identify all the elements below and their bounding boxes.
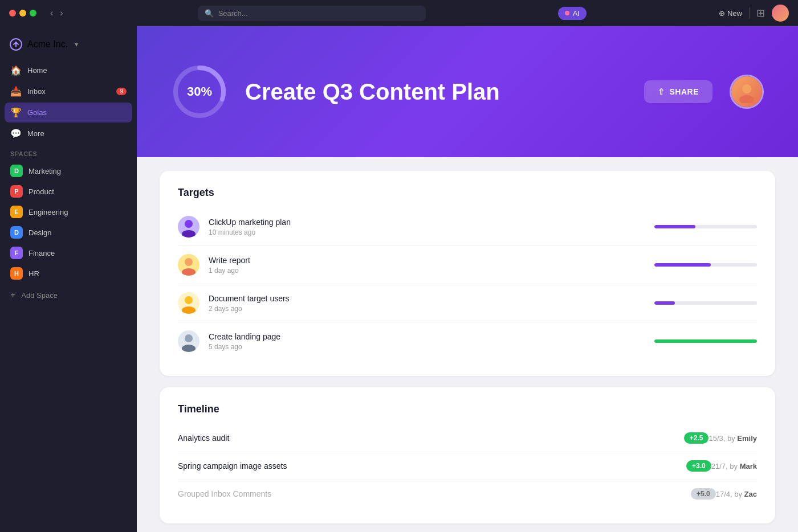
space-label-finance: Finance <box>28 249 55 257</box>
share-label: SHARE <box>669 87 699 96</box>
new-button[interactable]: ⊕ New <box>719 9 742 18</box>
timeline-date-0: 15/3, by <box>709 434 737 443</box>
target-item-0: ClickUp marketing plan 10 minutes ago <box>178 208 757 246</box>
sidebar-item-more[interactable]: 💬 More <box>5 124 132 144</box>
space-label-engineering: Engineering <box>28 208 68 216</box>
timeline-item-1: Spring campaign image assets +3.0 21/7, … <box>178 452 757 480</box>
minimize-window-btn[interactable] <box>19 10 26 17</box>
workspace-icon <box>9 38 23 51</box>
target-time-0: 10 minutes ago <box>209 228 645 236</box>
target-item-3: Create landing page 5 days ago <box>178 322 757 360</box>
svg-point-3 <box>742 84 751 93</box>
timeline-meta-0: 15/3, by Emily <box>709 434 757 443</box>
cards-area: Targets ClickUp marketing plan 10 minute… <box>137 157 798 532</box>
target-progress-bar-0 <box>654 225 695 228</box>
space-item-finance[interactable]: F Finance <box>5 243 132 263</box>
timeline-badge-1: +3.0 <box>686 460 711 472</box>
ai-label: AI <box>573 9 580 18</box>
timeline-badge-0: +2.5 <box>684 432 709 444</box>
progress-ring: 30% <box>171 63 228 120</box>
hero-banner: 30% Create Q3 Content Plan ⇧ SHARE <box>137 26 798 157</box>
maximize-window-btn[interactable] <box>30 10 36 17</box>
timeline-person-1: Mark <box>740 462 757 470</box>
space-dot-finance: F <box>10 247 23 259</box>
target-name-0: ClickUp marketing plan <box>209 218 645 227</box>
spaces-header: Spaces <box>0 144 137 161</box>
timeline-name-2: Grouped Inbox Comments <box>178 489 685 498</box>
avatar-img-2 <box>178 292 199 314</box>
target-time-2: 2 days ago <box>209 305 645 313</box>
space-item-design[interactable]: D Design <box>5 222 132 243</box>
targets-title: Targets <box>178 187 757 199</box>
avatar-img-3 <box>178 330 199 352</box>
topbar-divider <box>749 7 750 19</box>
sidebar-item-inbox[interactable]: 📥 Inbox 9 <box>5 81 132 101</box>
target-avatar-0 <box>178 216 199 238</box>
space-item-marketing[interactable]: D Marketing <box>5 161 132 181</box>
space-item-product[interactable]: P Product <box>5 181 132 202</box>
space-item-hr[interactable]: H HR <box>5 263 132 284</box>
search-bar[interactable]: 🔍 Search... <box>198 6 426 21</box>
target-progress-bar-3 <box>654 339 757 343</box>
nav-arrows: ‹ › <box>48 7 66 19</box>
spaces-list: D Marketing P Product E Engineering D De… <box>0 161 137 284</box>
timeline-person-0: Emily <box>737 434 757 443</box>
more-icon: 💬 <box>10 128 22 139</box>
timeline-card: Timeline Analytics audit +2.5 15/3, by E… <box>160 387 775 523</box>
target-info-3: Create landing page 5 days ago <box>209 332 645 351</box>
timeline-badge-2: +5.0 <box>691 488 716 500</box>
share-button[interactable]: ⇧ SHARE <box>644 80 712 103</box>
avatar-img-1 <box>178 254 199 276</box>
user-avatar-top[interactable] <box>772 5 789 22</box>
target-avatar-2 <box>178 292 199 314</box>
sidebar: Acme Inc. ▾ 🏠 Home 📥 Inbox 9 🏆 Golas 💬 M… <box>0 26 137 532</box>
target-time-3: 5 days ago <box>209 343 645 351</box>
space-label-design: Design <box>28 228 51 237</box>
timeline-item-2: Grouped Inbox Comments +5.0 17/4, by Zac <box>178 480 757 508</box>
share-icon: ⇧ <box>658 87 665 96</box>
space-dot-design: D <box>10 226 23 239</box>
inbox-badge: 9 <box>116 88 127 95</box>
space-label-hr: HR <box>28 269 39 278</box>
target-name-2: Document target users <box>209 294 645 303</box>
target-progress-bar-container-3 <box>654 339 757 343</box>
close-window-btn[interactable] <box>9 10 16 17</box>
sidebar-item-home[interactable]: 🏠 Home <box>5 60 132 80</box>
topbar: ‹ › 🔍 Search... AI ⊕ New ⊞ <box>0 0 798 26</box>
sidebar-item-home-label: Home <box>27 66 47 75</box>
target-avatar-1 <box>178 254 199 276</box>
plus-icon: ⊕ <box>719 9 725 18</box>
svg-point-11 <box>185 334 193 342</box>
target-item-2: Document target users 2 days ago <box>178 284 757 322</box>
target-info-0: ClickUp marketing plan 10 minutes ago <box>209 218 645 236</box>
space-item-engineering[interactable]: E Engineering <box>5 202 132 222</box>
target-name-3: Create landing page <box>209 332 645 341</box>
add-space-button[interactable]: + Add Space <box>5 286 132 304</box>
ai-dot <box>565 11 569 15</box>
ai-button[interactable]: AI <box>558 7 587 20</box>
forward-btn[interactable]: › <box>58 7 65 19</box>
sidebar-item-more-label: More <box>27 129 44 138</box>
timeline-meta-2: 17/4, by Zac <box>716 490 757 498</box>
space-dot-product: P <box>10 185 23 198</box>
workspace-name: Acme Inc. <box>27 39 68 50</box>
timeline-date-2: 17/4, by <box>716 490 744 498</box>
sidebar-item-goals[interactable]: 🏆 Golas <box>5 103 132 122</box>
svg-point-6 <box>182 230 196 238</box>
goals-icon: 🏆 <box>10 107 22 118</box>
workspace-header[interactable]: Acme Inc. ▾ <box>0 33 137 60</box>
timeline-name-1: Spring campaign image assets <box>178 461 681 470</box>
space-dot-engineering: E <box>10 206 23 218</box>
svg-point-4 <box>739 95 754 103</box>
grid-icon[interactable]: ⊞ <box>756 7 765 19</box>
avatar-image <box>731 76 762 107</box>
hero-user-avatar <box>730 75 764 109</box>
target-progress-bar-container-1 <box>654 263 757 267</box>
search-icon: 🔍 <box>205 9 214 18</box>
inbox-icon: 📥 <box>10 86 22 97</box>
space-label-product: Product <box>28 187 54 196</box>
back-btn[interactable]: ‹ <box>48 7 55 19</box>
timeline-item-0: Analytics audit +2.5 15/3, by Emily <box>178 424 757 452</box>
content-area: 30% Create Q3 Content Plan ⇧ SHARE Targe… <box>137 26 798 532</box>
space-dot-marketing: D <box>10 165 23 177</box>
